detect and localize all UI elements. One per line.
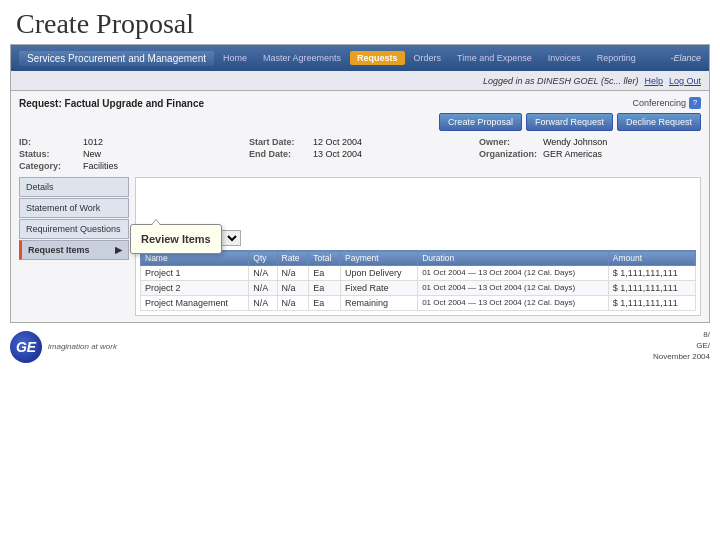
sidebar-item-request-items-row: Request Items ▶ xyxy=(28,245,122,255)
category-label: Category: xyxy=(19,161,79,171)
ge-logo: GE xyxy=(10,331,42,363)
id-label: ID: xyxy=(19,137,79,147)
col-total: Total xyxy=(309,251,341,266)
footer-line-1: 8/ xyxy=(653,329,710,340)
forward-request-button[interactable]: Forward Request xyxy=(526,113,613,131)
info-owner: Owner: Wendy Johnson xyxy=(479,137,701,147)
help-link[interactable]: Help xyxy=(644,76,663,86)
create-proposal-button[interactable]: Create Proposal xyxy=(439,113,522,131)
top-nav: Services Procurement and Management Home… xyxy=(11,45,709,71)
info-start-date: Start Date: 12 Oct 2004 xyxy=(249,137,471,147)
brand-label: Services Procurement and Management xyxy=(19,51,214,66)
cell-total: Ea xyxy=(309,281,341,296)
tab-requests[interactable]: Requests xyxy=(350,51,405,65)
table-header-row: Name Qty Rate Total Payment Duration Amo… xyxy=(141,251,696,266)
cell-amount: $ 1,111,111,111 xyxy=(608,296,695,311)
col-duration: Duration xyxy=(418,251,609,266)
cell-payment: Remaining xyxy=(341,296,418,311)
footer-line-2: GE/ xyxy=(653,340,710,351)
info-status: Status: New xyxy=(19,149,241,159)
request-title: Request: Factual Upgrade and Finance xyxy=(19,98,204,109)
id-value: 1012 xyxy=(83,137,103,147)
cell-qty: N/A xyxy=(249,281,277,296)
owner-value: Wendy Johnson xyxy=(543,137,607,147)
col-payment: Payment xyxy=(341,251,418,266)
sidebar-item-sow[interactable]: Statement of Work xyxy=(19,198,129,218)
content-area: Request: Factual Upgrade and Finance Con… xyxy=(11,91,709,322)
cell-duration: 01 Oct 2004 — 13 Oct 2004 (12 Cal. Days) xyxy=(418,266,609,281)
category-value: Facilities xyxy=(83,161,118,171)
review-items-tooltip: Review Items xyxy=(130,224,222,254)
info-end-date: End Date: 13 Oct 2004 xyxy=(249,149,471,159)
right-content: Review Items Display: All Items Name Qty… xyxy=(135,177,701,316)
cell-duration: 01 Oct 2004 — 13 Oct 2004 (12 Cal. Days) xyxy=(418,296,609,311)
cell-total: Ea xyxy=(309,296,341,311)
main-layout: Details Statement of Work Requirement Qu… xyxy=(19,177,701,316)
start-date-value: 12 Oct 2004 xyxy=(313,137,362,147)
cell-amount: $ 1,111,111,111 xyxy=(608,281,695,296)
footer-info: 8/ GE/ November 2004 xyxy=(653,329,710,363)
table-row[interactable]: Project 2 N/A N/a Ea Fixed Rate 01 Oct 2… xyxy=(141,281,696,296)
table-row[interactable]: Project Management N/A N/a Ea Remaining … xyxy=(141,296,696,311)
organization-value: GER Americas xyxy=(543,149,602,159)
sidebar-item-questions[interactable]: Requirement Questions xyxy=(19,219,129,239)
conferencing-help-icon[interactable]: ? xyxy=(689,97,701,109)
nav-left: Services Procurement and Management Home… xyxy=(19,51,643,66)
items-table: Name Qty Rate Total Payment Duration Amo… xyxy=(140,250,696,311)
footer-line-3: November 2004 xyxy=(653,351,710,362)
logout-link[interactable]: Log Out xyxy=(669,76,701,86)
sidebar-item-request-items-label: Request Items xyxy=(28,245,90,255)
info-organization: Organization: GER Americas xyxy=(479,149,701,159)
cell-rate: N/a xyxy=(277,281,309,296)
cell-rate: N/a xyxy=(277,296,309,311)
brand-right: -Elance xyxy=(670,53,701,63)
display-row: Display: All Items xyxy=(140,230,696,246)
table-row[interactable]: Project 1 N/A N/a Ea Upon Delivery 01 Oc… xyxy=(141,266,696,281)
action-buttons: Create Proposal Forward Request Decline … xyxy=(19,113,701,131)
cell-qty: N/A xyxy=(249,296,277,311)
logged-in-text: Logged in as DINESH GOEL (5c... ller) xyxy=(483,76,638,86)
cell-duration: 01 Oct 2004 — 13 Oct 2004 (12 Cal. Days) xyxy=(418,281,609,296)
col-qty: Qty xyxy=(249,251,277,266)
footer-logo: GE imagination at work xyxy=(10,331,117,363)
items-area: Review Items Display: All Items Name Qty… xyxy=(136,178,700,315)
request-title-row: Request: Factual Upgrade and Finance Con… xyxy=(19,97,701,109)
tab-invoices[interactable]: Invoices xyxy=(541,51,588,65)
cell-payment: Fixed Rate xyxy=(341,281,418,296)
cell-name: Project Management xyxy=(141,296,249,311)
tab-orders[interactable]: Orders xyxy=(407,51,449,65)
cell-total: Ea xyxy=(309,266,341,281)
cell-name: Project 1 xyxy=(141,266,249,281)
conferencing-badge: Conferencing ? xyxy=(632,97,701,109)
cell-rate: N/a xyxy=(277,266,309,281)
end-date-value: 13 Oct 2004 xyxy=(313,149,362,159)
status-value: New xyxy=(83,149,101,159)
info-id: ID: 1012 xyxy=(19,137,241,147)
tab-reporting[interactable]: Reporting xyxy=(590,51,643,65)
sidebar-item-details[interactable]: Details xyxy=(19,177,129,197)
tab-time-expense[interactable]: Time and Expense xyxy=(450,51,539,65)
footer-tagline: imagination at work xyxy=(48,342,117,351)
cell-payment: Upon Delivery xyxy=(341,266,418,281)
chevron-right-icon: ▶ xyxy=(115,245,122,255)
cell-qty: N/A xyxy=(249,266,277,281)
info-grid: ID: 1012 Start Date: 12 Oct 2004 Owner: … xyxy=(19,137,701,171)
cell-name: Project 2 xyxy=(141,281,249,296)
tab-master-agreements[interactable]: Master Agreements xyxy=(256,51,348,65)
end-date-label: End Date: xyxy=(249,149,309,159)
tab-home[interactable]: Home xyxy=(216,51,254,65)
organization-label: Organization: xyxy=(479,149,539,159)
status-label: Status: xyxy=(19,149,79,159)
sub-header: Logged in as DINESH GOEL (5c... ller) He… xyxy=(11,71,709,91)
start-date-label: Start Date: xyxy=(249,137,309,147)
sidebar-item-request-items[interactable]: Request Items ▶ xyxy=(19,240,129,260)
info-category: Category: Facilities xyxy=(19,161,241,171)
col-amount: Amount xyxy=(608,251,695,266)
footer: GE imagination at work 8/ GE/ November 2… xyxy=(0,325,720,367)
left-sidebar: Details Statement of Work Requirement Qu… xyxy=(19,177,129,316)
page-title: Create Proposal xyxy=(0,0,720,44)
decline-request-button[interactable]: Decline Request xyxy=(617,113,701,131)
owner-label: Owner: xyxy=(479,137,539,147)
conferencing-label: Conferencing xyxy=(632,98,686,108)
cell-amount: $ 1,111,111,111 xyxy=(608,266,695,281)
